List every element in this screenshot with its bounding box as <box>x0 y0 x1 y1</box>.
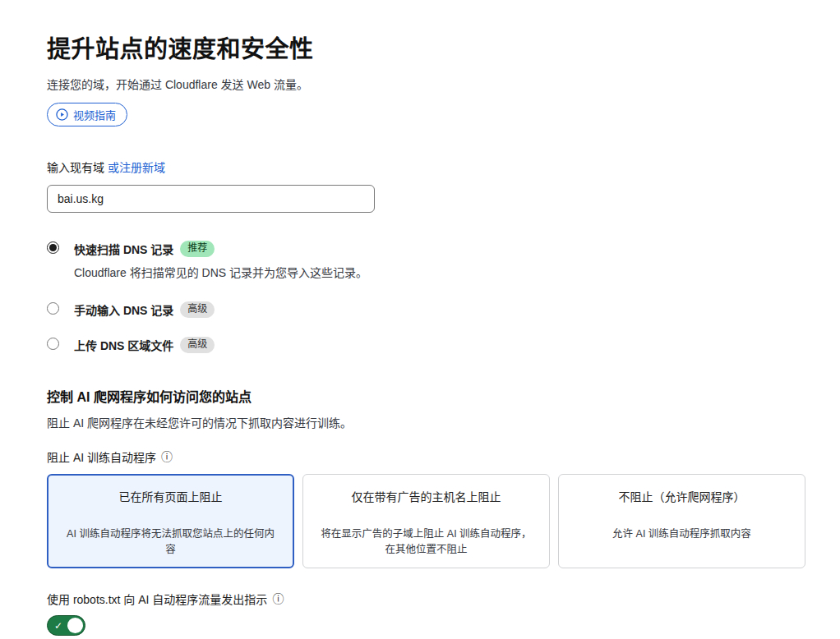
domain-input-label: 输入现有域 <box>47 161 104 174</box>
advanced-badge: 高级 <box>180 301 215 318</box>
recommended-badge: 推荐 <box>180 241 215 257</box>
video-guide-label: 视频指南 <box>73 107 116 122</box>
advanced-badge: 高级 <box>180 337 215 353</box>
register-new-domain-link[interactable]: 或注册新域 <box>108 161 165 174</box>
radio-desc-quick-scan: Cloudflare 将扫描常见的 DNS 记录并为您导入这些记录。 <box>74 264 367 280</box>
radio-option-manual-dns[interactable]: 手动输入 DNS 记录 高级 <box>47 301 805 318</box>
ai-block-card-row: 已在所有页面上阻止 AI 训练自动程序将无法抓取您站点上的任何内容 仅在带有广告… <box>47 474 805 568</box>
robots-txt-label: 使用 robots.txt 向 AI 自动程序流量发出指示 <box>47 591 267 607</box>
card-description: 允许 AI 训练自动程序抓取内容 <box>574 526 790 542</box>
radio-label-quick-scan[interactable]: 快速扫描 DNS 记录 <box>74 241 173 257</box>
page-title: 提升站点的速度和安全性 <box>47 30 805 64</box>
info-icon[interactable]: ⓘ <box>161 451 173 462</box>
radio-label-manual-dns[interactable]: 手动输入 DNS 记录 <box>74 301 173 318</box>
ai-section-description: 阻止 AI 爬网程序在未经您许可的情况下抓取内容进行训练。 <box>47 414 805 430</box>
card-do-not-block[interactable]: 不阻止（允许爬网程序） 允许 AI 训练自动程序抓取内容 <box>558 474 805 568</box>
radio-option-upload-zone[interactable]: 上传 DNS 区域文件 高级 <box>47 337 805 353</box>
video-guide-button[interactable]: 视频指南 <box>47 103 127 126</box>
radio-quick-scan[interactable] <box>47 241 59 254</box>
robots-txt-toggle[interactable]: ✓ <box>47 615 85 636</box>
card-block-all-pages[interactable]: 已在所有页面上阻止 AI 训练自动程序将无法抓取您站点上的任何内容 <box>47 474 294 568</box>
domain-label-row: 输入现有域 或注册新域 <box>47 159 805 175</box>
domain-input[interactable] <box>47 185 375 213</box>
radio-label-upload-zone[interactable]: 上传 DNS 区域文件 <box>74 337 173 353</box>
block-ai-bots-label: 阻止 AI 训练自动程序 <box>47 448 156 465</box>
block-ai-bots-label-row: 阻止 AI 训练自动程序 ⓘ <box>47 448 805 465</box>
card-title: 不阻止（允许爬网程序） <box>574 488 790 504</box>
info-icon[interactable]: ⓘ <box>272 593 284 605</box>
dns-setup-radio-group: 快速扫描 DNS 记录 推荐 Cloudflare 将扫描常见的 DNS 记录并… <box>47 241 805 353</box>
card-description: 将在显示广告的子域上阻止 AI 训练自动程序，在其他位置不阻止 <box>318 526 534 559</box>
toggle-knob <box>67 618 83 633</box>
robots-txt-label-row: 使用 robots.txt 向 AI 自动程序流量发出指示 ⓘ <box>47 591 805 607</box>
card-title: 已在所有页面上阻止 <box>62 488 279 504</box>
toggle-check-icon: ✓ <box>54 619 62 633</box>
page-subtitle: 连接您的域，开始通过 Cloudflare 发送 Web 流量。 <box>47 76 805 92</box>
play-circle-icon <box>56 108 68 121</box>
onboarding-page: 提升站点的速度和安全性 连接您的域，开始通过 Cloudflare 发送 Web… <box>47 0 805 639</box>
ai-section-title: 控制 AI 爬网程序如何访问您的站点 <box>47 386 805 406</box>
card-title: 仅在带有广告的主机名上阻止 <box>318 488 534 504</box>
card-block-ad-hostnames[interactable]: 仅在带有广告的主机名上阻止 将在显示广告的子域上阻止 AI 训练自动程序，在其他… <box>302 474 550 568</box>
radio-upload-zone[interactable] <box>47 338 59 350</box>
radio-manual-dns[interactable] <box>47 302 59 315</box>
radio-option-quick-scan[interactable]: 快速扫描 DNS 记录 推荐 Cloudflare 将扫描常见的 DNS 记录并… <box>47 241 805 280</box>
card-description: AI 训练自动程序将无法抓取您站点上的任何内容 <box>62 526 279 559</box>
